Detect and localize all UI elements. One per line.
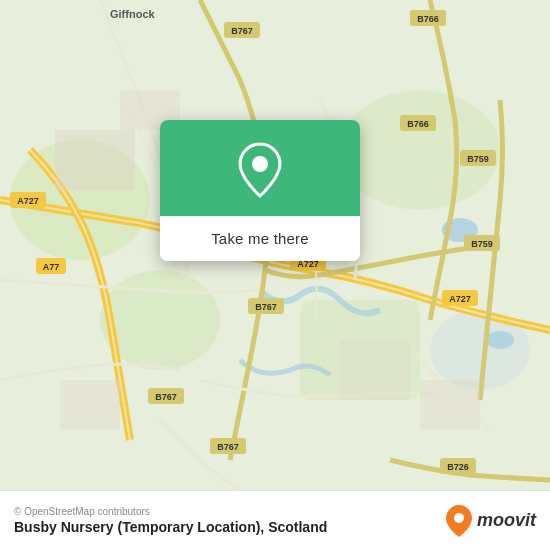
location-pin-icon [238, 144, 282, 196]
footer-left: © OpenStreetMap contributors Busby Nurse… [14, 506, 327, 535]
take-me-there-button[interactable]: Take me there [160, 216, 360, 261]
svg-rect-35 [55, 130, 135, 190]
svg-text:A727: A727 [17, 196, 39, 206]
svg-text:B767: B767 [217, 442, 239, 452]
svg-point-7 [486, 331, 514, 349]
location-name: Busby Nursery (Temporary Location), Scot… [14, 519, 327, 535]
svg-rect-37 [340, 340, 410, 400]
map-container: A727 A727 A727 A77 B767 B767 B767 B767 B… [0, 0, 550, 490]
svg-text:B759: B759 [471, 239, 493, 249]
svg-text:B767: B767 [231, 26, 253, 36]
svg-point-40 [252, 156, 268, 172]
location-popup: Take me there [160, 120, 360, 261]
svg-text:B766: B766 [407, 119, 429, 129]
popup-header [160, 120, 360, 216]
svg-text:B767: B767 [155, 392, 177, 402]
svg-text:B759: B759 [467, 154, 489, 164]
osm-attribution: © OpenStreetMap contributors [14, 506, 327, 517]
svg-text:A727: A727 [449, 294, 471, 304]
svg-rect-38 [420, 380, 480, 430]
svg-text:B766: B766 [417, 14, 439, 24]
svg-text:A77: A77 [43, 262, 60, 272]
footer-bar: © OpenStreetMap contributors Busby Nurse… [0, 490, 550, 550]
moovit-logo: moovit [445, 504, 536, 538]
svg-text:B726: B726 [447, 462, 469, 472]
svg-text:Giffnock: Giffnock [110, 8, 155, 20]
svg-point-41 [454, 513, 464, 523]
svg-text:B767: B767 [255, 302, 277, 312]
svg-rect-39 [60, 380, 120, 430]
moovit-pin-icon [445, 504, 473, 538]
moovit-brand-label: moovit [477, 510, 536, 531]
